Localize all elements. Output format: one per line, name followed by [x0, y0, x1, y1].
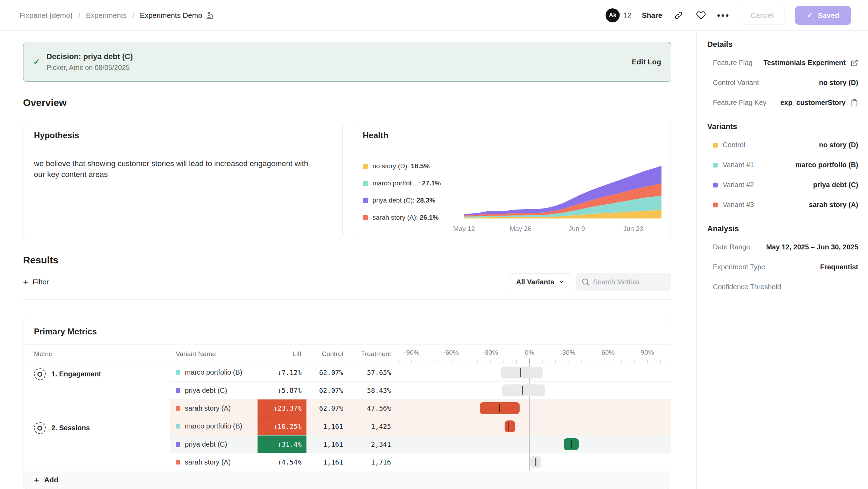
- metric-group: 1. Engagementmarco portfolio (B)↓7.12%62…: [23, 363, 671, 417]
- legend-label: sarah story (A): 26.1%: [372, 214, 439, 221]
- add-metric-button[interactable]: + Add: [23, 471, 671, 489]
- variant-name-cell: sarah story (A): [170, 458, 258, 466]
- analysis-section: Analysis Date RangeMay 12, 2025 – Jun 30…: [707, 224, 858, 291]
- variants-section: Variants Controlno story (D)Variant #1ma…: [707, 122, 858, 209]
- more-options-icon[interactable]: •••: [717, 9, 729, 21]
- nav-actions: Ak + 12 Share ••• Cancel ✓ Saved: [606, 6, 851, 25]
- breadcrumb-experiments[interactable]: Experiments: [86, 11, 127, 20]
- control-value: 1,161: [306, 440, 350, 448]
- variants-dropdown[interactable]: All Variants: [509, 273, 572, 291]
- axis-ruler-tick: [503, 360, 504, 363]
- metric-name: 2. Sessions: [51, 421, 90, 432]
- table-row[interactable]: sarah story (A)↑4.54%1,1611,716: [170, 453, 671, 471]
- add-label: Add: [44, 476, 58, 484]
- axis-tick-label: -30%: [483, 349, 498, 356]
- variant-row: Controlno story (D): [707, 141, 858, 149]
- variant-label-text: Variant #1: [723, 161, 754, 169]
- analysis-label-text: Confidence Threshold: [713, 283, 781, 291]
- table-row[interactable]: marco portfolio (B)↓16.25%1,1611,425: [170, 417, 671, 435]
- analysis-label: Confidence Threshold: [713, 283, 781, 291]
- breadcrumb-project[interactable]: Fixpanel {demo}: [20, 11, 73, 20]
- analysis-row: Confidence Threshold: [707, 283, 858, 291]
- variant-name-cell: sarah story (A): [170, 404, 258, 412]
- analysis-value-text: Frequentist: [820, 263, 858, 271]
- cancel-button[interactable]: Cancel: [740, 6, 784, 25]
- variant-label: Variant #2: [713, 181, 754, 189]
- metric-cell[interactable]: 2. Sessions: [23, 417, 170, 471]
- health-chart-x-axis: May 12May 26Jun 9Jun 23: [464, 224, 661, 235]
- axis-ruler-tick: [634, 360, 635, 363]
- treatment-value: 58.43%: [350, 387, 397, 394]
- copy-link-icon[interactable]: [673, 9, 685, 21]
- detail-value-text: Testimonials Experiment: [764, 59, 846, 67]
- x-axis-label: May 26: [509, 225, 531, 233]
- detail-value-text: no story (D): [819, 79, 858, 87]
- confidence-interval-cell: [397, 417, 671, 435]
- health-legend-item[interactable]: marco portfoli...: 27.1%: [363, 179, 464, 187]
- variant-name: sarah story (A): [185, 404, 231, 412]
- axis-ruler-tick: [569, 360, 569, 363]
- table-row[interactable]: sarah story (A)↓23.37%62.07%47.56%: [170, 399, 671, 417]
- results-heading: Results: [23, 255, 671, 266]
- variant-value-text: no story (D): [819, 141, 858, 149]
- axis-ruler-tick: [516, 360, 517, 363]
- lift-value: ↑4.54%: [258, 453, 306, 471]
- zero-axis-line: [529, 417, 530, 435]
- health-legend-item[interactable]: priya debt (C): 28.3%: [363, 197, 464, 204]
- primary-metrics-title: Primary Metrics: [23, 319, 671, 345]
- confidence-interval-bar: [501, 367, 543, 378]
- confidence-interval-bar: [530, 456, 541, 468]
- decision-subtitle: Picker, Amit on 08/05/2025: [46, 64, 133, 72]
- variant-value-text: marco portfolio (B): [795, 161, 858, 169]
- collaborators-count[interactable]: + 12: [617, 11, 631, 19]
- control-value: 62.07%: [306, 404, 350, 412]
- zero-axis-line: [529, 453, 530, 471]
- variant-value: priya debt (C): [813, 181, 858, 189]
- legend-color-chip: [363, 164, 368, 169]
- search-icon: [581, 277, 590, 286]
- control-value: 62.07%: [306, 387, 350, 394]
- favorite-heart-icon[interactable]: [695, 9, 707, 21]
- axis-ruler-tick: [398, 360, 399, 363]
- breadcrumb-separator: /: [132, 11, 134, 20]
- axis-ruler-tick: [581, 360, 582, 363]
- detail-row: Feature Flag Keyexp_customerStory: [707, 99, 858, 107]
- metric-cell[interactable]: 1. Engagement: [23, 363, 170, 417]
- metric-target-icon: [34, 422, 46, 434]
- external-link-icon[interactable]: [851, 59, 858, 67]
- edit-log-button[interactable]: Edit Log: [632, 58, 661, 66]
- lift-value: ↓16.25%: [258, 417, 306, 435]
- metric-name: 1. Engagement: [51, 368, 101, 378]
- axis-tick-label: 0%: [525, 349, 534, 356]
- axis-ruler-tick: [464, 360, 464, 363]
- table-row[interactable]: marco portfolio (B)↓7.12%62.07%57.65%: [170, 363, 671, 381]
- variant-color-chip: [176, 406, 180, 411]
- variant-name-cell: priya debt (C): [170, 387, 258, 395]
- analysis-heading: Analysis: [707, 224, 858, 233]
- add-filter-button[interactable]: + Filter: [23, 278, 49, 286]
- col-header-control: Control: [306, 350, 350, 358]
- variant-label-text: Control: [723, 141, 745, 149]
- copy-icon[interactable]: [851, 99, 858, 107]
- detail-row: Feature FlagTestimonials Experiment: [707, 59, 858, 67]
- axis-ruler-tick: [595, 360, 595, 363]
- lift-value: ↓5.87%: [258, 382, 306, 399]
- search-metrics-input[interactable]: [593, 278, 663, 286]
- breadcrumb: Fixpanel {demo} / Experiments / Experime…: [20, 11, 214, 20]
- variant-row: Variant #2priya debt (C): [707, 181, 858, 189]
- variant-row: Variant #1marco portfolio (B): [707, 161, 858, 169]
- col-header-lift: Lift: [258, 350, 306, 358]
- health-legend-item[interactable]: no story (D): 18.5%: [363, 162, 464, 170]
- health-legend-item[interactable]: sarah story (A): 26.1%: [363, 214, 464, 221]
- variant-color-chip: [176, 460, 180, 465]
- table-row[interactable]: priya debt (C)↓5.87%62.07%58.43%: [170, 381, 671, 399]
- variant-name-cell: marco portfolio (B): [170, 422, 258, 430]
- saved-button[interactable]: ✓ Saved: [795, 6, 851, 25]
- axis-ruler-tick: [608, 360, 608, 363]
- analysis-row: Date RangeMay 12, 2025 – Jun 30, 2025: [707, 243, 858, 251]
- confidence-interval-cell: [397, 435, 671, 453]
- detail-label: Control Variant: [713, 79, 759, 87]
- share-button[interactable]: Share: [642, 11, 662, 20]
- detail-label: Feature Flag: [713, 59, 752, 67]
- table-row[interactable]: priya debt (C)↑31.4%1,1612,341: [170, 435, 671, 453]
